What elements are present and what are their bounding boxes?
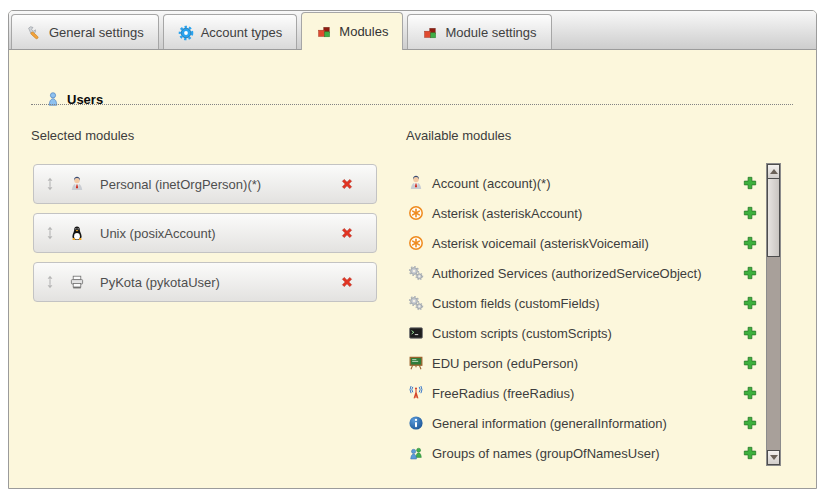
add-button[interactable] xyxy=(742,175,758,191)
selected-module-row[interactable]: Unix (posixAccount) xyxy=(33,213,377,253)
asterisk-icon xyxy=(408,205,424,221)
scroll-track[interactable] xyxy=(767,179,780,450)
add-button[interactable] xyxy=(742,265,758,281)
gears-icon xyxy=(408,265,424,281)
tab-general-settings[interactable]: General settings xyxy=(11,14,159,50)
scroll-up-button[interactable] xyxy=(767,164,780,179)
scroll-thumb[interactable] xyxy=(767,179,780,257)
tab-label: Modules xyxy=(339,24,388,39)
module-label: Account (account)(*) xyxy=(432,176,734,191)
add-button[interactable] xyxy=(742,385,758,401)
arrow-down-icon xyxy=(770,455,778,460)
delete-button[interactable] xyxy=(339,225,355,241)
module-label: Custom fields (customFields) xyxy=(432,296,734,311)
available-module-row: General information (generalInformation) xyxy=(408,408,758,438)
groups-icon xyxy=(408,445,424,461)
wrench-icon xyxy=(26,25,42,41)
asterisk-icon xyxy=(408,235,424,251)
module-label: Asterisk (asteriskAccount) xyxy=(432,206,734,221)
tab-label: Account types xyxy=(201,25,283,40)
available-module-row: Account (account)(*) xyxy=(408,168,758,198)
module-label: Asterisk voicemail (asteriskVoicemail) xyxy=(432,236,734,251)
add-button[interactable] xyxy=(742,445,758,461)
available-module-row: EDU person (eduPerson) xyxy=(408,348,758,378)
module-label: Personal (inetOrgPerson)(*) xyxy=(100,177,339,192)
tab-label: General settings xyxy=(49,25,144,40)
terminal-icon xyxy=(408,325,424,341)
available-module-row: Asterisk voicemail (asteriskVoicemail) xyxy=(408,228,758,258)
tab-account-types[interactable]: Account types xyxy=(163,14,298,50)
available-module-row: FreeRadius (freeRadius) xyxy=(408,378,758,408)
available-module-row: Groups of names (groupOfNamesUser) xyxy=(408,438,758,468)
antenna-icon xyxy=(408,385,424,401)
selected-module-row[interactable]: PyKota (pykotaUser) xyxy=(33,262,377,302)
modules-icon xyxy=(316,24,332,40)
add-button[interactable] xyxy=(742,325,758,341)
gear-icon xyxy=(178,25,194,41)
module-label: PyKota (pykotaUser) xyxy=(100,275,339,290)
available-module-row: Asterisk (asteriskAccount) xyxy=(408,198,758,228)
tab-modules[interactable]: Modules xyxy=(301,12,403,50)
gears-icon xyxy=(408,295,424,311)
section-divider xyxy=(31,104,793,105)
person-icon xyxy=(69,176,85,192)
selected-modules-label: Selected modules xyxy=(31,128,134,143)
module-label: EDU person (eduPerson) xyxy=(432,356,734,371)
add-button[interactable] xyxy=(742,355,758,371)
add-button[interactable] xyxy=(742,415,758,431)
available-module-row: Custom scripts (customScripts) xyxy=(408,318,758,348)
selected-modules-list: Personal (inetOrgPerson)(*)Unix (posixAc… xyxy=(33,164,377,311)
scrollbar[interactable] xyxy=(766,163,781,466)
available-module-row: Authorized Services (authorizedServiceOb… xyxy=(408,258,758,288)
tab-module-settings[interactable]: Module settings xyxy=(407,14,551,50)
chalkboard-icon xyxy=(408,355,424,371)
tab-label: Module settings xyxy=(445,25,536,40)
printer-icon xyxy=(69,274,85,290)
modules-icon xyxy=(422,25,438,41)
drag-handle-icon[interactable] xyxy=(44,275,56,289)
available-modules-list: Account (account)(*)Asterisk (asteriskAc… xyxy=(408,168,758,468)
available-module-row: Custom fields (customFields) xyxy=(408,288,758,318)
delete-button[interactable] xyxy=(339,176,355,192)
module-label: Authorized Services (authorizedServiceOb… xyxy=(432,266,734,281)
arrow-up-icon xyxy=(770,169,778,174)
selected-module-row[interactable]: Personal (inetOrgPerson)(*) xyxy=(33,164,377,204)
add-button[interactable] xyxy=(742,205,758,221)
person-icon xyxy=(408,175,424,191)
delete-button[interactable] xyxy=(339,274,355,290)
module-label: Custom scripts (customScripts) xyxy=(432,326,734,341)
info-icon xyxy=(408,415,424,431)
tux-icon xyxy=(69,225,85,241)
module-label: Groups of names (groupOfNamesUser) xyxy=(432,446,734,461)
available-modules-label: Available modules xyxy=(406,128,511,143)
module-label: General information (generalInformation) xyxy=(432,416,734,431)
add-button[interactable] xyxy=(742,295,758,311)
module-label: Unix (posixAccount) xyxy=(100,226,339,241)
scroll-down-button[interactable] xyxy=(767,450,780,465)
settings-panel: General settingsAccount typesModulesModu… xyxy=(8,10,817,489)
module-label: FreeRadius (freeRadius) xyxy=(432,386,734,401)
drag-handle-icon[interactable] xyxy=(44,177,56,191)
tab-bar: General settingsAccount typesModulesModu… xyxy=(9,11,816,50)
drag-handle-icon[interactable] xyxy=(44,226,56,240)
add-button[interactable] xyxy=(742,235,758,251)
